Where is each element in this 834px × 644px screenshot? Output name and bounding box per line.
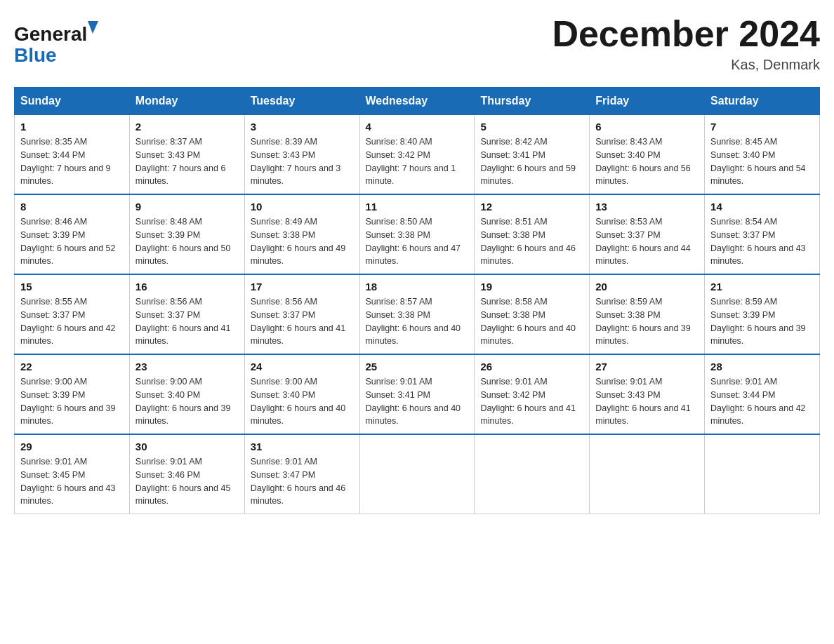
day-info: Sunrise: 8:50 AM Sunset: 3:38 PM Dayligh…: [366, 215, 469, 268]
sunset-label: Sunset: 3:39 PM: [20, 230, 85, 240]
daylight-label: Daylight: 6 hours and 39 minutes.: [710, 323, 806, 347]
day-number: 27: [595, 361, 699, 373]
sunset-label: Sunset: 3:37 PM: [710, 230, 775, 240]
sunrise-label: Sunrise: 8:49 AM: [251, 217, 317, 227]
sunrise-label: Sunrise: 8:42 AM: [480, 137, 547, 147]
calendar-day-cell: 10 Sunrise: 8:49 AM Sunset: 3:38 PM Dayl…: [244, 194, 359, 274]
daylight-label: Daylight: 6 hours and 45 minutes.: [135, 483, 231, 507]
calendar-day-cell: 28 Sunrise: 9:01 AM Sunset: 3:44 PM Dayl…: [705, 354, 820, 434]
calendar-day-cell: 29 Sunrise: 9:01 AM Sunset: 3:45 PM Dayl…: [15, 434, 130, 514]
day-number: 12: [480, 201, 583, 213]
calendar-day-cell: 7 Sunrise: 8:45 AM Sunset: 3:40 PM Dayli…: [705, 115, 820, 195]
calendar-day-cell: 1 Sunrise: 8:35 AM Sunset: 3:44 PM Dayli…: [15, 115, 130, 195]
day-number: 16: [135, 281, 239, 293]
sunset-label: Sunset: 3:37 PM: [251, 310, 315, 320]
day-info: Sunrise: 8:56 AM Sunset: 3:37 PM Dayligh…: [251, 295, 354, 348]
day-number: 9: [135, 201, 239, 213]
day-number: 26: [480, 361, 583, 373]
day-number: 19: [480, 281, 583, 293]
calendar-day-cell: 4 Sunrise: 8:40 AM Sunset: 3:42 PM Dayli…: [359, 115, 475, 195]
day-info: Sunrise: 8:57 AM Sunset: 3:38 PM Dayligh…: [366, 295, 469, 348]
sunset-label: Sunset: 3:43 PM: [251, 150, 315, 160]
calendar-day-cell: 23 Sunrise: 9:00 AM Sunset: 3:40 PM Dayl…: [129, 354, 244, 434]
svg-text:Blue: Blue: [14, 44, 57, 66]
calendar-day-cell: [359, 434, 475, 514]
day-info: Sunrise: 8:49 AM Sunset: 3:38 PM Dayligh…: [251, 215, 354, 268]
sunset-label: Sunset: 3:39 PM: [135, 230, 200, 240]
sunset-label: Sunset: 3:38 PM: [480, 230, 545, 240]
day-number: 11: [366, 201, 469, 213]
calendar-day-cell: 13 Sunrise: 8:53 AM Sunset: 3:37 PM Dayl…: [590, 194, 705, 274]
sunset-label: Sunset: 3:47 PM: [251, 470, 315, 480]
calendar-day-cell: 12 Sunrise: 8:51 AM Sunset: 3:38 PM Dayl…: [475, 194, 590, 274]
calendar-week-row: 29 Sunrise: 9:01 AM Sunset: 3:45 PM Dayl…: [15, 434, 820, 514]
sunset-label: Sunset: 3:40 PM: [595, 150, 660, 160]
day-info: Sunrise: 8:56 AM Sunset: 3:37 PM Dayligh…: [135, 295, 239, 348]
calendar-day-cell: 15 Sunrise: 8:55 AM Sunset: 3:37 PM Dayl…: [15, 274, 130, 354]
day-number: 20: [595, 281, 699, 293]
sunrise-label: Sunrise: 8:48 AM: [135, 217, 202, 227]
sunset-label: Sunset: 3:44 PM: [20, 150, 85, 160]
sunrise-label: Sunrise: 9:00 AM: [251, 377, 317, 387]
sunrise-label: Sunrise: 8:37 AM: [135, 137, 202, 147]
sunset-label: Sunset: 3:43 PM: [135, 150, 200, 160]
sunset-label: Sunset: 3:37 PM: [135, 310, 200, 320]
day-info: Sunrise: 9:01 AM Sunset: 3:45 PM Dayligh…: [20, 455, 124, 508]
calendar-week-row: 22 Sunrise: 9:00 AM Sunset: 3:39 PM Dayl…: [15, 354, 820, 434]
day-number: 28: [710, 361, 814, 373]
calendar-day-cell: [590, 434, 705, 514]
col-tuesday: Tuesday: [244, 88, 359, 115]
day-info: Sunrise: 8:43 AM Sunset: 3:40 PM Dayligh…: [595, 135, 699, 188]
day-number: 1: [20, 121, 124, 133]
calendar-header-row: Sunday Monday Tuesday Wednesday Thursday…: [15, 88, 820, 115]
calendar-day-cell: 19 Sunrise: 8:58 AM Sunset: 3:38 PM Dayl…: [475, 274, 590, 354]
daylight-label: Daylight: 6 hours and 46 minutes.: [480, 243, 576, 267]
calendar-day-cell: 20 Sunrise: 8:59 AM Sunset: 3:38 PM Dayl…: [590, 274, 705, 354]
sunset-label: Sunset: 3:38 PM: [366, 310, 430, 320]
daylight-label: Daylight: 6 hours and 42 minutes.: [710, 403, 806, 427]
day-info: Sunrise: 8:48 AM Sunset: 3:39 PM Dayligh…: [135, 215, 239, 268]
sunrise-label: Sunrise: 8:56 AM: [251, 297, 317, 307]
day-info: Sunrise: 8:51 AM Sunset: 3:38 PM Dayligh…: [480, 215, 583, 268]
day-number: 10: [251, 201, 354, 213]
calendar-day-cell: 30 Sunrise: 9:01 AM Sunset: 3:46 PM Dayl…: [129, 434, 244, 514]
sunset-label: Sunset: 3:37 PM: [595, 230, 660, 240]
sunrise-label: Sunrise: 8:54 AM: [710, 217, 777, 227]
calendar-day-cell: 2 Sunrise: 8:37 AM Sunset: 3:43 PM Dayli…: [129, 115, 244, 195]
sunrise-label: Sunrise: 8:58 AM: [480, 297, 547, 307]
svg-text:General: General: [14, 23, 87, 45]
sunset-label: Sunset: 3:40 PM: [251, 390, 315, 400]
sunset-label: Sunset: 3:42 PM: [480, 390, 545, 400]
sunset-label: Sunset: 3:39 PM: [20, 390, 85, 400]
sunset-label: Sunset: 3:42 PM: [366, 150, 430, 160]
day-info: Sunrise: 8:55 AM Sunset: 3:37 PM Dayligh…: [20, 295, 124, 348]
sunrise-label: Sunrise: 8:56 AM: [135, 297, 202, 307]
calendar-day-cell: 31 Sunrise: 9:01 AM Sunset: 3:47 PM Dayl…: [244, 434, 359, 514]
calendar-day-cell: 8 Sunrise: 8:46 AM Sunset: 3:39 PM Dayli…: [15, 194, 130, 274]
day-info: Sunrise: 8:46 AM Sunset: 3:39 PM Dayligh…: [20, 215, 124, 268]
day-info: Sunrise: 8:45 AM Sunset: 3:40 PM Dayligh…: [710, 135, 814, 188]
sunset-label: Sunset: 3:38 PM: [595, 310, 660, 320]
sunset-label: Sunset: 3:41 PM: [366, 390, 430, 400]
daylight-label: Daylight: 6 hours and 47 minutes.: [366, 243, 461, 267]
calendar-day-cell: 5 Sunrise: 8:42 AM Sunset: 3:41 PM Dayli…: [475, 115, 590, 195]
daylight-label: Daylight: 6 hours and 49 minutes.: [251, 243, 346, 267]
sunrise-label: Sunrise: 8:53 AM: [595, 217, 662, 227]
day-number: 30: [135, 441, 239, 452]
sunset-label: Sunset: 3:41 PM: [480, 150, 545, 160]
day-info: Sunrise: 9:01 AM Sunset: 3:46 PM Dayligh…: [135, 455, 239, 508]
sunrise-label: Sunrise: 8:59 AM: [595, 297, 662, 307]
calendar-day-cell: 3 Sunrise: 8:39 AM Sunset: 3:43 PM Dayli…: [244, 115, 359, 195]
sunset-label: Sunset: 3:40 PM: [710, 150, 775, 160]
daylight-label: Daylight: 6 hours and 43 minutes.: [20, 483, 116, 507]
col-friday: Friday: [590, 88, 705, 115]
sunset-label: Sunset: 3:44 PM: [710, 390, 775, 400]
sunset-label: Sunset: 3:37 PM: [20, 310, 85, 320]
title-block: December 2024 Kas, Denmark: [552, 14, 820, 73]
calendar-day-cell: 18 Sunrise: 8:57 AM Sunset: 3:38 PM Dayl…: [359, 274, 475, 354]
daylight-label: Daylight: 6 hours and 42 minutes.: [20, 323, 116, 347]
sunrise-label: Sunrise: 9:01 AM: [20, 457, 87, 467]
sunrise-label: Sunrise: 9:00 AM: [135, 377, 202, 387]
day-number: 24: [251, 361, 354, 373]
calendar-day-cell: 21 Sunrise: 8:59 AM Sunset: 3:39 PM Dayl…: [705, 274, 820, 354]
